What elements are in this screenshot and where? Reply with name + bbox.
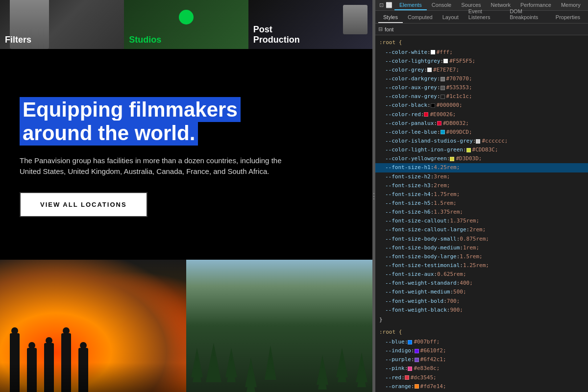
css-prop-0-1: --color-lightgrey: #F5F5F5;	[375, 57, 588, 66]
figure-3	[44, 343, 54, 392]
figure-2	[27, 348, 37, 392]
devtools-mobile-icon[interactable]: ⬜	[386, 1, 392, 9]
resize-handle[interactable]	[372, 0, 375, 392]
css-prop-1-2: --purple: #6f42c1;	[375, 355, 588, 364]
subtab-event-listeners[interactable]: Event Listeners	[464, 6, 505, 23]
hero-heading-line2: around the world.	[20, 121, 198, 146]
css-prop-0-14: --font-size-h2: 3rem;	[375, 172, 588, 181]
tab-elements[interactable]: Elements	[394, 0, 427, 10]
css-prop-0-8: --color-panalux: #DB0032;	[375, 119, 588, 128]
hero-section: Equipping filmmakers around the world. T…	[0, 98, 372, 217]
card-filters-label: Filters	[5, 35, 31, 45]
css-prop-0-25: --font-size-aux: 0.625rem;	[375, 270, 588, 279]
figure-5	[78, 348, 88, 392]
css-prop-0-6: --color-black: #000000;	[375, 101, 588, 110]
css-prop-0-9: --color-lee-blue: #009DCD;	[375, 128, 588, 137]
css-prop-0-13: --font-size-h1: 4.25rem;	[375, 163, 588, 172]
css-prop-0-3: --color-darkgrey: #707070;	[375, 74, 588, 83]
css-prop-0-21: --font-size-body-small: 0.875rem;	[375, 235, 588, 244]
css-prop-1-4: --red: #dc3545;	[375, 373, 588, 382]
css-closing-0: }	[375, 315, 588, 325]
css-prop-0-29: --font-weight-black: 900;	[375, 306, 588, 315]
css-prop-0-28: --font-weight-bold: 700;	[375, 297, 588, 306]
card-filters[interactable]: Filters	[0, 0, 124, 49]
css-prop-1-3: --pink: #e83e8c;	[375, 364, 588, 373]
css-prop-1-5: --orange: #fd7e14;	[375, 382, 588, 391]
bottom-image-fire	[0, 260, 186, 392]
css-prop-0-20: --font-size-callout-large: 2rem;	[375, 225, 588, 234]
card-studios[interactable]: Studios	[124, 0, 248, 49]
bottom-images	[0, 260, 372, 392]
css-selector-0: :root {	[375, 37, 588, 48]
filter-icon: ⊟	[378, 26, 383, 32]
tab-console[interactable]: Console	[427, 0, 456, 10]
css-prop-0-7: --color-red: #E00026;	[375, 110, 588, 119]
card-studios-label: Studios	[129, 35, 161, 45]
subtab-computed[interactable]: Computed	[403, 12, 438, 23]
css-prop-0-0: --color-white: #fff;	[375, 48, 588, 57]
css-prop-0-11: --color-light-iron-green: #CDD83C;	[375, 146, 588, 154]
figure-1	[10, 333, 20, 392]
filter-bar: ⊟ font	[375, 24, 588, 35]
css-prop-1-0: --blue: #007bff;	[375, 338, 588, 346]
view-all-locations-button[interactable]: VIEW ALL LOCATIONS	[20, 192, 147, 217]
figure-4	[61, 333, 71, 392]
css-prop-0-12: --color-yellowgreen: #D3D03D;	[375, 154, 588, 163]
css-prop-0-10: --color-island-studios-grey: #cccccc;	[375, 137, 588, 146]
subtab-layout[interactable]: Layout	[438, 12, 464, 23]
bottom-image-forest	[186, 260, 372, 392]
css-prop-0-24: --font-size-testimonial: 1.25rem;	[375, 261, 588, 270]
css-prop-0-4: --color-aux-grey: #535353;	[375, 83, 588, 92]
tab-memory[interactable]: Memory	[556, 0, 586, 10]
css-prop-0-15: --font-size-h3: 2rem;	[375, 181, 588, 190]
css-prop-0-18: --font-size-h6: 1.375rem;	[375, 208, 588, 217]
hero-body-text: The Panavision group has facilities in m…	[20, 155, 284, 177]
hero-heading-line1: Equipping filmmakers	[20, 97, 241, 122]
left-panel: Filters Studios PostProduction Equipping…	[0, 0, 372, 392]
css-prop-0-23: --font-size-body-large: 1.5rem;	[375, 252, 588, 261]
css-prop-0-5: --color-nav-grey: #1c1c1c;	[375, 92, 588, 101]
devtools-cursor-icon[interactable]: ⊡	[379, 1, 384, 9]
css-content[interactable]: :root {--color-white: #fff;--color-light…	[375, 35, 588, 392]
subtab-properties[interactable]: Properties	[551, 12, 585, 23]
css-prop-0-2: --color-grey: #E7E7E7;	[375, 66, 588, 74]
css-prop-1-1: --indigo: #6610f2;	[375, 346, 588, 355]
css-prop-0-22: --font-size-body-medium: 1rem;	[375, 244, 588, 252]
hero-heading: Equipping filmmakers around the world.	[20, 98, 353, 146]
subtab-styles[interactable]: Styles	[378, 12, 403, 23]
devtools-subtabs: Styles Computed Layout Event Listeners D…	[375, 11, 588, 24]
css-prop-0-17: --font-size-h5: 1.5rem;	[375, 199, 588, 208]
css-prop-0-26: --font-weight-standard: 400;	[375, 279, 588, 288]
filter-text[interactable]: font	[385, 26, 393, 32]
forest-trees	[186, 260, 372, 392]
subtab-dom-breakpoints[interactable]: DOM Breakpoints	[505, 6, 551, 23]
css-prop-0-19: --font-size-callout: 1.375rem;	[375, 217, 588, 225]
card-post-production[interactable]: PostProduction	[248, 0, 372, 49]
card-post-label: PostProduction	[253, 24, 300, 45]
css-prop-0-27: --font-weight-medium: 500;	[375, 288, 588, 296]
css-prop-0-16: --font-size-h4: 1.75rem;	[375, 190, 588, 199]
css-selector-1: :root {	[375, 327, 588, 338]
devtools-panel: ⊡ ⬜ Elements Console Sources Network Per…	[375, 0, 588, 392]
top-cards-row: Filters Studios PostProduction	[0, 0, 372, 49]
